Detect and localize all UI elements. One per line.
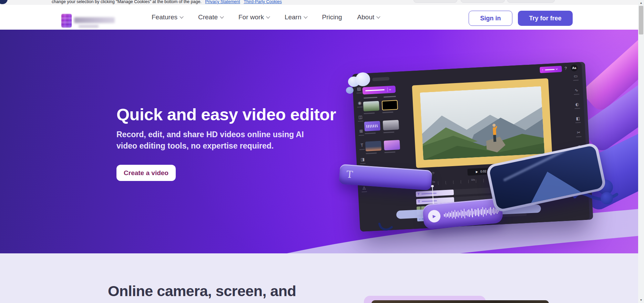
chevron-down-icon <box>220 14 224 18</box>
brand-logo-icon[interactable] <box>61 14 72 28</box>
brand-wordmark-sub <box>79 25 99 28</box>
third-party-cookies-link[interactable]: Third-Party Cookies <box>244 0 282 4</box>
music-note-icon: ♪ <box>419 218 420 221</box>
hook-decoration <box>377 221 395 233</box>
captions-icon: ▭ <box>573 74 579 81</box>
chevron-down-icon <box>555 68 558 70</box>
media-sort-placeholder <box>384 96 396 98</box>
text-tool-t-glyph: T <box>346 169 353 180</box>
brand-wordmark <box>74 17 115 23</box>
cookie-banner-text: change your selection by clicking "Manag… <box>52 0 282 4</box>
media-thumbnail <box>383 120 399 133</box>
audio-icon: ∿ <box>574 88 580 95</box>
audio-waveform <box>443 204 499 222</box>
chevron-down-icon <box>304 14 307 18</box>
try-for-free-button[interactable]: Try for free <box>518 11 573 26</box>
cookie-reject-button[interactable] <box>461 0 505 3</box>
help-icon: ? <box>564 66 567 71</box>
cookie-message: change your selection by clicking "Manag… <box>52 0 202 4</box>
nav-menu-item[interactable]: For work <box>238 13 269 21</box>
nav-menu-item[interactable]: Learn <box>285 13 307 21</box>
text-styles-badge: Aa <box>571 64 578 71</box>
export-button: ↑ <box>540 66 562 73</box>
text-clip[interactable]: T <box>416 190 454 197</box>
privacy-statement-link[interactable]: Privacy Statement <box>205 0 240 4</box>
media-thumbnail <box>365 141 382 154</box>
chevron-down-icon <box>377 14 380 18</box>
browser-scrollbar[interactable]: ▲ ▼ <box>638 0 644 303</box>
chevron-down-icon <box>180 14 183 18</box>
your-media-icon: ▤ <box>356 87 362 93</box>
media-thumbnail <box>363 101 380 114</box>
project-title-placeholder <box>372 77 389 81</box>
import-media-button <box>362 85 396 94</box>
redo-icon: ⟳ <box>432 171 435 175</box>
sign-in-button[interactable]: Sign in <box>469 11 512 26</box>
play-icon: ▶ <box>476 170 478 173</box>
scroll-down-arrow[interactable]: ▼ <box>638 297 644 303</box>
fill-icon: ◧ <box>575 116 581 123</box>
cookie-banner: change your selection by clicking "Manag… <box>0 0 638 5</box>
chevron-down-icon <box>266 14 270 18</box>
media-filter-placeholder <box>364 97 377 99</box>
adjust-icon: ◐ <box>574 102 580 109</box>
templates-icon: ⊞ <box>358 129 364 136</box>
media-thumbnail-selected <box>382 100 398 113</box>
section-heading: Online camera, screen, and voice recorde… <box>108 282 296 303</box>
text-icon: T <box>359 143 365 150</box>
feature-image <box>371 300 549 303</box>
content-library-icon: ◫ <box>358 115 364 122</box>
second-section: Online camera, screen, and voice recorde… <box>0 253 638 303</box>
brand-kit-icon: ◬ <box>361 185 367 192</box>
nav-menu: Features Create For work Learn Pricing A… <box>152 5 380 30</box>
nav-menu-item[interactable]: About <box>357 13 380 21</box>
cookie-accept-button[interactable] <box>413 0 457 3</box>
transitions-icon: ◨ <box>360 157 366 164</box>
scroll-up-arrow[interactable]: ▲ <box>638 0 644 6</box>
cookie-manage-button[interactable] <box>507 0 555 3</box>
record-create-icon: ◉ <box>357 101 363 108</box>
preview-canvas <box>412 78 552 168</box>
preview-photo <box>420 86 545 160</box>
media-panel <box>363 100 400 154</box>
nav-menu-item[interactable]: Create <box>198 13 223 21</box>
hero-section: Quick and easy video editor Record, edit… <box>0 30 638 253</box>
consent-logo-icon <box>0 0 8 4</box>
media-thumbnail <box>384 140 400 153</box>
top-navigation: Features Create For work Learn Pricing A… <box>0 5 638 30</box>
nav-menu-item[interactable]: Features <box>152 13 183 21</box>
chevron-down-icon <box>389 88 391 90</box>
nav-menu-item[interactable]: Pricing <box>322 13 342 21</box>
split-icon: ✂ <box>576 130 582 137</box>
play-button-icon: ▶ <box>428 210 441 223</box>
media-thumbnail-audio <box>364 121 381 134</box>
export-icon: ↑ <box>542 68 543 72</box>
scrollbar-thumb[interactable] <box>639 6 643 34</box>
